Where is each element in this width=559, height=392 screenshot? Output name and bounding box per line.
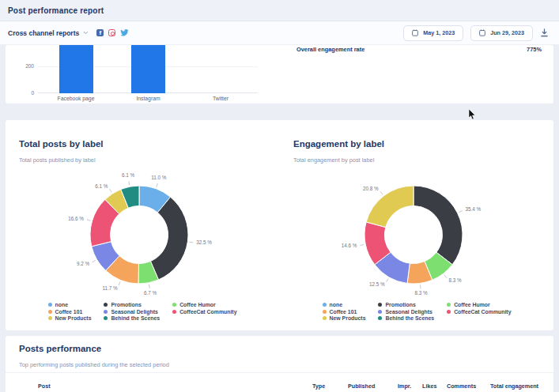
slice-percent-label: 6.7 % (144, 290, 157, 296)
label-leader-line (420, 285, 421, 288)
legend-item-promotions[interactable]: Promotions (378, 302, 434, 307)
page-title: Post performance report (8, 6, 104, 15)
slice-percent-label: 9.2 % (77, 261, 90, 266)
legend-dot (104, 316, 108, 320)
legend-dot (48, 303, 52, 307)
legend-label: CoffeeCat Community (179, 309, 236, 315)
legend-label: New Products (55, 315, 92, 321)
start-date-picker[interactable]: May 1, 2023 (403, 25, 463, 41)
legend-item-behind-the-scenes[interactable]: Behind the Scenes (104, 315, 160, 321)
legend-label: Coffee 101 (55, 309, 83, 315)
download-icon (540, 28, 549, 37)
bar-instagram[interactable] (131, 45, 165, 93)
posts-table-header: PostTypePublishedImpr.LikesCommentsTotal… (6, 372, 553, 392)
legend-column: noneCoffee 101New Products (48, 302, 92, 321)
legend-label: Behind the Scenes (111, 315, 160, 321)
legend-item-none[interactable]: none (48, 302, 92, 307)
label-leader-line (87, 220, 91, 220)
chevron-down-icon (83, 30, 89, 36)
legend-dot (378, 303, 382, 307)
legend-dot (447, 303, 451, 307)
column-header-published: Published (348, 383, 398, 390)
label-leader-line (387, 278, 388, 281)
column-header-post: Post (38, 383, 312, 390)
section-subtitle: Total engagement by post label (293, 156, 374, 164)
legend-item-coffee-101[interactable]: Coffee 101 (48, 309, 92, 315)
label-charts-card: Total posts by label Total posts publish… (6, 120, 553, 330)
legend-item-seasonal-delights[interactable]: Seasonal Delights (378, 309, 434, 315)
label-leader-line (129, 181, 130, 185)
legend-label: Coffee 101 (330, 309, 357, 315)
y-axis-tick: 200 (6, 63, 34, 69)
legend-label: Seasonal Delights (111, 309, 157, 315)
posts-by-network-bar-chart: 2000Facebook pageInstagramTwitter (6, 45, 294, 104)
label-leader-line (109, 189, 111, 192)
facebook-icon[interactable]: f (96, 29, 104, 36)
twitter-icon[interactable] (120, 29, 129, 36)
calendar-icon (412, 29, 418, 36)
legend-column: PromotionsSeasonal DelightsBehind the Sc… (378, 302, 434, 321)
end-date-picker[interactable]: Jun 29, 2023 (470, 25, 533, 41)
x-axis-label-instagram: Instagram (112, 96, 185, 101)
channel-icons: f (96, 29, 129, 36)
label-leader-line (360, 244, 364, 245)
legend-item-none[interactable]: none (323, 302, 366, 307)
slice-percent-label: 14.6 % (342, 243, 357, 248)
post-performance-report-page: Post performance report Cross channel re… (0, 0, 559, 392)
legend-label: Promotions (111, 302, 141, 307)
legend-item-coffee-humor[interactable]: Coffee Humor (172, 302, 236, 307)
start-date-value: May 1, 2023 (423, 29, 455, 36)
legend-item-coffee-101[interactable]: Coffee 101 (323, 309, 366, 315)
x-axis-label-twitter: Twitter (184, 96, 257, 101)
overall-engagement-row: Overall engagement rate 775% (296, 45, 542, 53)
slice-percent-label: 6.1 % (95, 183, 108, 189)
legend-dot (323, 310, 327, 314)
legend-column: Coffee HumorCoffeeCat Community (172, 302, 236, 321)
legend-label: Coffee Humor (179, 302, 216, 307)
donut-slice-new-products[interactable] (366, 186, 414, 228)
section-title: Engagement by label (293, 139, 384, 149)
legend-dot (323, 316, 327, 320)
engagement-donut-chart: 35.4 %8.3 %8.3 %12.5 %14.6 %20.8 % (280, 172, 553, 297)
legend-item-coffeecat-community[interactable]: CoffeeCat Community (447, 309, 511, 315)
bar-facebook-page[interactable] (59, 45, 93, 93)
legend-dot (48, 310, 52, 314)
legend-dot (104, 303, 108, 307)
report-toolbar: Cross channel reports f May 1, 2023 (0, 21, 559, 45)
column-header-total-engagement: Total engagement (490, 383, 547, 390)
overall-engagement-label: Overall engagement rate (296, 46, 364, 53)
legend-item-new-products[interactable]: New Products (48, 315, 92, 321)
legend-dot (378, 310, 382, 314)
total-posts-donut-chart: 11.0 %32.5 %6.7 %11.7 %9.2 %16.6 %6.1 %6… (6, 172, 279, 297)
download-report-button[interactable] (540, 28, 551, 39)
legend-item-behind-the-scenes[interactable]: Behind the Scenes (378, 315, 434, 321)
mouse-cursor (468, 109, 476, 120)
donut-slice-promotions[interactable] (414, 186, 463, 265)
legend-item-coffeecat-community[interactable]: CoffeeCat Community (172, 309, 236, 315)
legend-label: CoffeeCat Community (454, 309, 511, 315)
legend-column: Coffee HumorCoffeeCat Community (447, 302, 511, 321)
report-type-selector[interactable]: Cross channel reports (8, 29, 89, 37)
posts-performance-card: Posts performance Top performing posts p… (6, 336, 553, 392)
legend-item-promotions[interactable]: Promotions (104, 302, 160, 307)
app-header: Post performance report (0, 0, 559, 21)
slice-percent-label: 11.0 % (151, 175, 167, 180)
slice-percent-label: 8.3 % (415, 290, 429, 296)
y-axis-tick: 0 (6, 90, 34, 96)
label-leader-line (157, 183, 158, 187)
label-leader-line (380, 191, 383, 194)
chart-legend: noneCoffee 101New ProductsPromotionsSeas… (6, 302, 279, 321)
legend-dot (378, 316, 382, 320)
instagram-icon[interactable] (108, 29, 115, 36)
end-date-value: Jun 29, 2023 (490, 29, 524, 36)
slice-percent-label: 8.3 % (448, 277, 462, 283)
column-header-likes: Likes (422, 383, 447, 390)
legend-item-coffee-humor[interactable]: Coffee Humor (447, 302, 511, 307)
label-leader-line (119, 281, 120, 285)
slice-percent-label: 16.6 % (68, 216, 84, 221)
slice-percent-label: 11.7 % (103, 285, 119, 291)
legend-item-seasonal-delights[interactable]: Seasonal Delights (104, 309, 160, 315)
legend-item-new-products[interactable]: New Products (323, 315, 366, 321)
label-leader-line (149, 285, 149, 288)
slice-percent-label: 35.4 % (465, 206, 481, 212)
